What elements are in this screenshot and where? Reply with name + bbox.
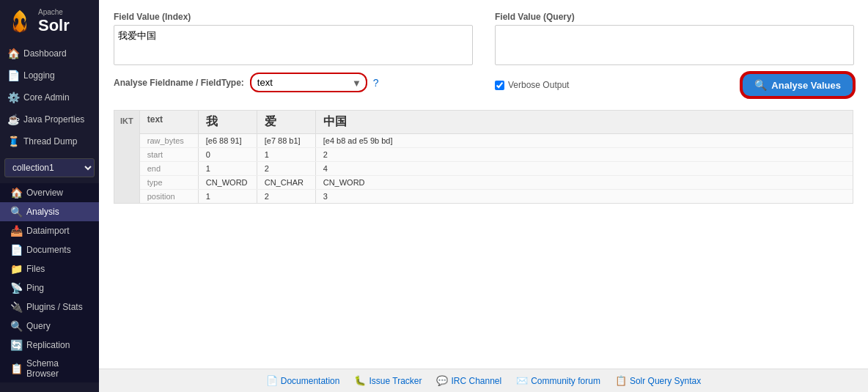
analyse-row: Analyse Fieldname / FieldType: text stri… [114, 73, 473, 92]
sidebar-item-replication[interactable]: 🔄 Replication [0, 336, 99, 355]
col-header-text: text [140, 111, 199, 133]
sidebar-item-label: Ping [26, 283, 44, 293]
sidebar-item-ping[interactable]: 📡 Ping [0, 278, 99, 297]
field-value-index-textarea[interactable] [114, 25, 473, 65]
sidebar-item-dashboard[interactable]: 🏠 Dashboard [0, 42, 99, 64]
table-row: raw_bytes [e6 88 91] [e7 88 b1] [e4 b8 a… [140, 134, 853, 148]
collection-selector[interactable]: collection1 [4, 158, 95, 177]
ping-icon: 📡 [10, 282, 22, 294]
verbose-output-checkbox[interactable] [495, 81, 504, 90]
sidebar-item-label: Schema Browser [26, 358, 92, 379]
plugins-icon: 🔌 [10, 301, 22, 313]
verbose-output-label: Verbose Output [508, 80, 569, 90]
val-start-3: 2 [316, 148, 389, 161]
val-end-3: 4 [316, 162, 389, 175]
table-row: position 1 2 3 [140, 190, 853, 203]
tokens-area: text 我 爱 中国 raw_bytes [e6 88 91] [e7 88 … [140, 111, 853, 203]
val-type-1: CN_WORD [199, 176, 257, 189]
fieldtype-select[interactable]: text string int long [250, 73, 367, 92]
right-panel: Field Value (Query) Verbose Output 🔍 Ana… [495, 12, 854, 103]
sidebar-item-core-admin[interactable]: ⚙️ Core Admin [0, 86, 99, 108]
sidebar-item-documents[interactable]: 📄 Documents [0, 240, 99, 259]
footer-community-forum-link[interactable]: ✉️ Community forum [516, 375, 600, 386]
val-position-1: 1 [199, 190, 257, 203]
help-icon[interactable]: ? [373, 77, 379, 89]
field-value-index-label: Field Value (Index) [114, 12, 473, 22]
results-inner: IKT text 我 爱 中国 raw_by [114, 111, 853, 203]
attr-position: position [140, 190, 199, 203]
sidebar-item-plugins-stats[interactable]: 🔌 Plugins / Stats [0, 297, 99, 317]
sidebar-item-analysis[interactable]: 🔍 Analysis [0, 202, 99, 221]
col-header-wo: 我 [199, 111, 257, 133]
val-position-3: 3 [316, 190, 389, 203]
sidebar-item-java-properties[interactable]: ☕ Java Properties [0, 108, 99, 130]
verbose-output-group: Verbose Output [495, 80, 569, 90]
val-end-2: 2 [257, 162, 316, 175]
field-value-query-textarea[interactable] [495, 25, 854, 65]
analysis-results: IKT text 我 爱 中国 raw_by [114, 110, 853, 204]
sidebar-item-logging[interactable]: 📄 Logging [0, 64, 99, 86]
issue-tracker-icon: 🐛 [354, 375, 366, 386]
field-value-index-group: Field Value (Index) [114, 12, 473, 65]
content-inner: Field Value (Index) Analyse Fieldname / … [99, 0, 868, 369]
documentation-icon: 📄 [266, 375, 278, 386]
col-header-ai: 爱 [257, 111, 316, 133]
footer-irc-channel-link[interactable]: 💬 IRC Channel [436, 375, 501, 386]
val-end-1: 1 [199, 162, 257, 175]
logo-text: Apache Solr [38, 8, 70, 35]
thread-dump-icon: 🧵 [7, 136, 19, 147]
analyse-btn-icon: 🔍 [754, 79, 767, 91]
documentation-label: Documentation [281, 376, 340, 386]
sidebar-item-dataimport[interactable]: 📥 Dataimport [0, 221, 99, 240]
sidebar-item-label: Query [26, 321, 51, 331]
attr-end: end [140, 162, 199, 175]
footer-documentation-link[interactable]: 📄 Documentation [266, 375, 340, 386]
documents-icon: 📄 [10, 244, 22, 256]
sidebar-item-thread-dump[interactable]: 🧵 Thread Dump [0, 130, 99, 152]
left-panel: Field Value (Index) Analyse Fieldname / … [114, 12, 473, 103]
sidebar-item-label: Plugins / Stats [26, 302, 83, 312]
val-raw-bytes-2: [e7 88 b1] [257, 134, 316, 147]
col-header-zhongguo: 中国 [316, 111, 389, 133]
val-start-1: 0 [199, 148, 257, 161]
sidebar: Apache Solr 🏠 Dashboard 📄 Logging ⚙️ Cor… [0, 0, 99, 392]
sidebar-item-label: Dataimport [26, 226, 70, 236]
footer-issue-tracker-link[interactable]: 🐛 Issue Tracker [354, 375, 422, 386]
val-raw-bytes-3: [e4 b8 ad e5 9b bd] [316, 134, 400, 147]
core-admin-icon: ⚙️ [7, 92, 19, 103]
issue-tracker-label: Issue Tracker [369, 376, 422, 386]
val-type-3: CN_WORD [316, 176, 389, 189]
sidebar-navigation: 🏠 Dashboard 📄 Logging ⚙️ Core Admin ☕ Ja… [0, 42, 99, 392]
sidebar-item-label: Core Admin [23, 92, 70, 103]
sidebar-item-label: Files [26, 264, 45, 274]
table-row: type CN_WORD CN_CHAR CN_WORD [140, 176, 853, 190]
solr-logo-icon [6, 7, 34, 35]
sidebar-item-schema-browser[interactable]: 📋 Schema Browser [0, 355, 99, 382]
overview-icon: 🏠 [10, 187, 22, 199]
fieldtype-select-wrapper: text string int long ▼ [250, 73, 367, 92]
java-properties-icon: ☕ [7, 114, 19, 125]
sidebar-item-overview[interactable]: 🏠 Overview [0, 183, 99, 202]
attr-start: start [140, 148, 199, 161]
data-rows: raw_bytes [e6 88 91] [e7 88 b1] [e4 b8 a… [140, 134, 853, 203]
sidebar-item-label: Java Properties [23, 114, 84, 125]
analyse-values-button[interactable]: 🔍 Analyse Values [741, 73, 854, 97]
community-forum-icon: ✉️ [516, 375, 528, 386]
schema-browser-icon: 📋 [10, 363, 22, 374]
sidebar-item-files[interactable]: 📁 Files [0, 259, 99, 278]
header-row: text 我 爱 中国 [140, 111, 853, 134]
footer-solr-query-syntax-link[interactable]: 📋 Solr Query Syntax [615, 375, 701, 386]
collection-subnav: 🏠 Overview 🔍 Analysis 📥 Dataimport 📄 Doc… [0, 183, 99, 382]
sidebar-item-label: Replication [26, 340, 70, 350]
val-type-2: CN_CHAR [257, 176, 316, 189]
analyse-btn-label: Analyse Values [771, 80, 841, 91]
sidebar-item-label: Dashboard [23, 48, 67, 59]
val-position-2: 2 [257, 190, 316, 203]
sidebar-item-label: Documents [26, 245, 71, 255]
attr-raw-bytes: raw_bytes [140, 134, 199, 147]
files-icon: 📁 [10, 263, 22, 275]
dataimport-icon: 📥 [10, 225, 22, 237]
query-icon: 🔍 [10, 320, 22, 332]
sidebar-item-query[interactable]: 🔍 Query [0, 317, 99, 336]
sidebar-item-label: Overview [26, 188, 63, 198]
